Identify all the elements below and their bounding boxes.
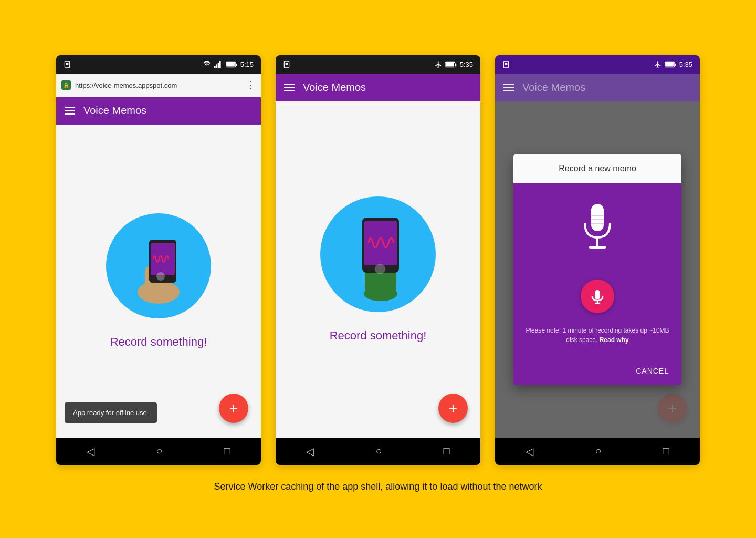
status-right-3: 5:35 [654,60,692,68]
dialog-title: Record a new memo [513,154,681,183]
main-content-3: Record a new memo [495,101,700,438]
time-3: 5:35 [679,60,692,68]
nav-bar-2: ◁ ○ □ [276,438,480,465]
caption: Service Worker caching of the app shell,… [214,480,542,494]
nav-bar-3: ◁ ○ □ [495,438,700,465]
svg-rect-26 [364,221,397,265]
airplane-icon-2 [435,61,442,68]
back-icon-3[interactable]: ◁ [526,445,533,458]
dialog-body: Please note: 1 minute of recording takes… [513,183,681,359]
mic-record-button[interactable] [581,280,614,313]
back-icon-1[interactable]: ◁ [87,445,94,458]
read-why-link[interactable]: Read why [600,336,629,344]
dialog-overlay: Record a new memo [495,101,700,438]
status-bar-1: 5:15 [56,55,261,74]
wifi-icon [203,61,211,68]
signal-icon [214,61,223,68]
svg-rect-4 [217,63,219,67]
circle-illustration-2 [320,196,436,312]
cancel-button[interactable]: CANCEL [627,361,677,380]
svg-rect-33 [591,204,604,231]
sim-icon [64,61,71,68]
snackbar: App ready for offline use. [65,402,157,423]
battery-icon [226,61,237,68]
svg-rect-32 [665,63,674,66]
main-content-2: Record something! + [276,101,480,438]
recents-icon-2[interactable]: □ [443,445,449,457]
svg-rect-1 [66,63,69,65]
lock-icon: 🔒 [61,80,71,90]
nav-bar-1: ◁ ○ □ [56,438,261,465]
svg-rect-3 [216,64,217,68]
svg-rect-5 [219,61,221,68]
status-bar-3: 5:35 [495,55,700,74]
phone-1: 5:15 🔒 https://voice-memos.appspot.com ⋮… [56,55,261,465]
battery-icon-3 [665,61,676,68]
svg-rect-15 [286,63,288,65]
recents-icon-3[interactable]: □ [663,445,669,457]
status-right-2: 5:35 [435,60,473,68]
svg-rect-17 [455,63,456,66]
svg-rect-18 [446,63,454,66]
hamburger-icon-3[interactable] [503,84,514,91]
svg-point-20 [364,286,397,301]
record-text-2: Record something! [330,329,427,343]
app-title-3: Voice Memos [522,81,585,94]
record-text-1: Record something! [110,335,207,349]
circle-illustration-1 [106,213,211,318]
home-icon-2[interactable]: ○ [375,445,382,457]
home-icon-1[interactable]: ○ [156,445,162,457]
time-1: 5:15 [240,60,254,68]
phones-container: 5:15 🔒 https://voice-memos.appspot.com ⋮… [56,55,700,465]
url-text: https://voice-memos.appspot.com [75,81,242,89]
app-title-2: Voice Memos [303,81,366,94]
sim-icon-2 [283,61,290,68]
battery-icon-2 [445,61,457,68]
svg-rect-35 [589,246,606,249]
back-icon-2[interactable]: ◁ [306,445,314,458]
dialog-note-text: Please note: 1 minute of recording takes… [524,326,671,345]
time-2: 5:35 [460,60,473,68]
sim-icon-3 [502,61,510,68]
app-bar-2: Voice Memos [276,74,480,101]
svg-point-13 [156,272,165,281]
app-bar-1: Voice Memos [56,97,261,125]
status-bar-2: 5:35 [276,55,480,74]
plus-icon-1: + [229,400,238,417]
svg-rect-7 [236,63,237,66]
svg-rect-39 [595,290,600,299]
dots-menu-icon[interactable]: ⋮ [246,79,256,91]
status-right-1: 5:15 [203,60,254,68]
svg-point-27 [375,264,385,274]
recents-icon-1[interactable]: □ [224,445,230,457]
airplane-icon-3 [654,61,662,68]
hamburger-icon-1[interactable] [65,107,75,115]
plus-icon-2: + [449,400,457,417]
fab-1[interactable]: + [219,394,248,423]
url-bar[interactable]: 🔒 https://voice-memos.appspot.com ⋮ [56,74,261,97]
svg-rect-2 [214,66,216,68]
mic-large [576,200,618,265]
hamburger-icon-2[interactable] [284,84,295,91]
dialog-actions: CANCEL [513,359,681,385]
app-title-1: Voice Memos [83,105,146,117]
phone-3: 5:35 Voice Memos Record a new memo [495,55,700,465]
app-bar-3: Voice Memos [495,74,700,101]
svg-rect-31 [675,63,676,66]
phone-2: 5:35 Voice Memos [276,55,480,465]
main-content-1: Record something! App ready for offline … [56,125,261,438]
dialog-box: Record a new memo [513,154,681,385]
svg-rect-29 [505,63,508,65]
svg-rect-8 [226,63,235,66]
fab-2[interactable]: + [438,394,468,423]
home-icon-3[interactable]: ○ [595,445,601,457]
